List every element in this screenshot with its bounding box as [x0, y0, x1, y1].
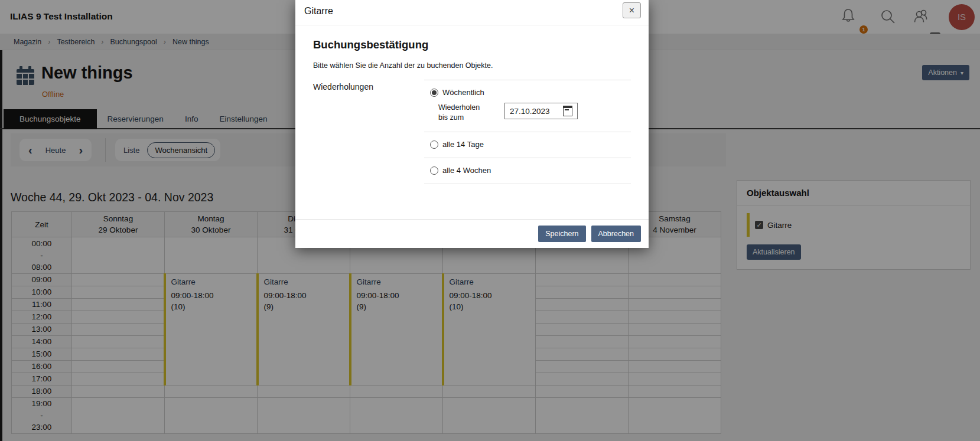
close-button[interactable]: ×	[623, 2, 641, 18]
modal-body: Buchungsbestätigung Bitte wählen Sie die…	[295, 25, 649, 184]
radio-option: alle 14 Tage	[424, 132, 631, 158]
radio-label: alle 4 Wochen	[442, 166, 491, 175]
calendar-picker-icon[interactable]	[563, 106, 572, 116]
radio-row: alle 4 Wochen	[430, 166, 631, 175]
confirmation-heading: Buchungsbestätigung	[313, 38, 631, 51]
cancel-button[interactable]: Abbrechen	[591, 226, 641, 242]
radio-row: alle 14 Tage	[430, 140, 631, 149]
radio-button[interactable]	[430, 89, 438, 97]
repeat-until-row: Wiederholenbis zum	[430, 103, 631, 123]
repetitions-form-row: Wiederholungen WöchentlichWiederholenbis…	[313, 80, 631, 184]
repetitions-label: Wiederholungen	[313, 80, 424, 184]
radio-option: alle 4 Wochen	[424, 158, 631, 184]
modal-header: Gitarre ×	[295, 0, 649, 25]
radio-label: alle 14 Tage	[442, 140, 484, 149]
radio-label: Wöchentlich	[442, 88, 484, 97]
modal-title: Gitarre	[304, 6, 333, 17]
booking-modal: Gitarre × Buchungsbestätigung Bitte wähl…	[295, 0, 649, 248]
repeat-until-label-line: Wiederholen	[438, 103, 504, 113]
save-button[interactable]: Speichern	[538, 226, 585, 242]
repeat-until-date-input[interactable]	[510, 107, 563, 116]
repeat-until-label: Wiederholenbis zum	[438, 103, 504, 123]
repeat-until-label-line: bis zum	[438, 113, 504, 123]
repetition-options: WöchentlichWiederholenbis zumalle 14 Tag…	[424, 80, 631, 184]
radio-button[interactable]	[430, 166, 438, 175]
radio-button[interactable]	[430, 141, 438, 149]
ilias-booking-page: ILIAS 9 Test Installation 1 IS Magazin›T…	[0, 0, 980, 441]
modal-footer: Speichern Abbrechen	[295, 219, 649, 248]
radio-option: WöchentlichWiederholenbis zum	[424, 80, 631, 132]
confirmation-description: Bitte wählen Sie die Anzahl der zu buche…	[313, 61, 631, 70]
radio-row: Wöchentlich	[430, 88, 631, 97]
date-input-box	[504, 103, 578, 119]
